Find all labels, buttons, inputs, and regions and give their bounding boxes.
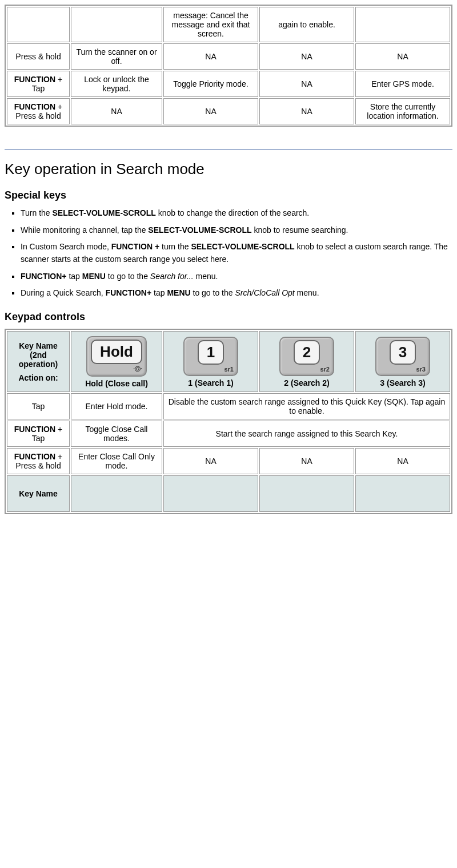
key-1-icon: 1 sr1 (183, 337, 238, 376)
list-item: FUNCTION+ tap MENU to go to the Search f… (21, 271, 452, 283)
table-row: message: Cancel the message and exit tha… (7, 7, 450, 42)
header-cell (355, 475, 450, 512)
cell: NA (163, 448, 258, 474)
cell: Start the search range assigned to this … (163, 421, 450, 447)
header-cell: Key Name (2nd operation) Action on: (7, 331, 70, 392)
key-2-icon: 2 sr2 (279, 337, 334, 376)
cell: FUNCTION + Press & hold (7, 98, 70, 124)
list-item: During a Quick Search, FUNCTION+ tap MEN… (21, 287, 452, 300)
header-cell (71, 475, 162, 512)
cell: NA (259, 43, 354, 70)
subheading-keypad-controls: Keypad controls (5, 311, 452, 323)
header-cell: Key Name (7, 475, 70, 512)
keypad-table: Key Name (2nd operation) Action on: Hold… (5, 329, 452, 514)
top-table: message: Cancel the message and exit tha… (5, 5, 452, 127)
cell: Press & hold (7, 43, 70, 70)
cell: message: Cancel the message and exit tha… (163, 7, 258, 42)
header-cell-hold: Hold ·Ⓒ· Hold (Close call) (71, 331, 162, 392)
table-row: FUNCTION + Tap Toggle Close Call modes. … (7, 421, 450, 447)
key-3-icon: 3 sr3 (375, 337, 430, 376)
cell: Toggle Close Call modes. (71, 421, 162, 447)
cell (71, 7, 162, 42)
cell: NA (163, 98, 258, 124)
table-row: Press & hold Turn the scanner on or off.… (7, 43, 450, 70)
header-cell-3: 3 sr3 3 (Search 3) (355, 331, 450, 392)
list-item: While monitoring a channel, tap the SELE… (21, 224, 452, 237)
cell: NA (259, 448, 354, 474)
cell: NA (355, 448, 450, 474)
cell (7, 7, 70, 42)
list-item: Turn the SELECT-VOLUME-SCROLL knob to ch… (21, 207, 452, 220)
header-cell (163, 475, 258, 512)
cell: NA (355, 43, 450, 70)
table-row: FUNCTION + Press & hold NA NA NA Store t… (7, 98, 450, 124)
hold-key-icon: Hold ·Ⓒ· (86, 336, 147, 377)
cell: Enter Close Call Only mode. (71, 448, 162, 474)
list-item: In Custom Search mode, FUNCTION + turn t… (21, 241, 452, 265)
table-row: FUNCTION + Press & hold Enter Close Call… (7, 448, 450, 474)
cell: Store the currently location information… (355, 98, 450, 124)
cell: Tap (7, 393, 70, 419)
cell: Disable the custom search range assigned… (163, 393, 450, 419)
cell: NA (71, 98, 162, 124)
table-row: FUNCTION + Tap Lock or unlock the keypad… (7, 71, 450, 97)
cell: NA (163, 43, 258, 70)
cell: FUNCTION + Tap (7, 421, 70, 447)
table-header-row: Key Name (7, 475, 450, 512)
header-cell-1: 1 sr1 1 (Search 1) (163, 331, 258, 392)
table-header-row: Key Name (2nd operation) Action on: Hold… (7, 331, 450, 392)
cell: Turn the scanner on or off. (71, 43, 162, 70)
table-row: Tap Enter Hold mode. Disable the custom … (7, 393, 450, 419)
header-cell (259, 475, 354, 512)
divider (5, 150, 452, 150)
cell: FUNCTION + Press & hold (7, 448, 70, 474)
cell: Enter Hold mode. (71, 393, 162, 419)
cell (355, 7, 450, 42)
special-keys-list: Turn the SELECT-VOLUME-SCROLL knob to ch… (5, 207, 452, 300)
section-heading: Key operation in Search mode (5, 160, 452, 178)
cell: FUNCTION + Tap (7, 71, 70, 97)
header-cell-2: 2 sr2 2 (Search 2) (259, 331, 354, 392)
cell: Lock or unlock the keypad. (71, 71, 162, 97)
cell: NA (259, 71, 354, 97)
subheading-special-keys: Special keys (5, 189, 452, 201)
cell: NA (259, 98, 354, 124)
cell: Enter GPS mode. (355, 71, 450, 97)
cell: again to enable. (259, 7, 354, 42)
cell: Toggle Priority mode. (163, 71, 258, 97)
